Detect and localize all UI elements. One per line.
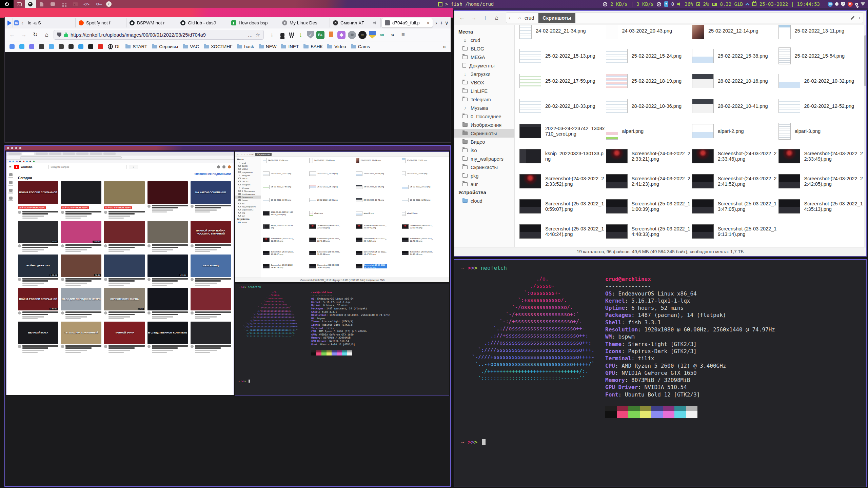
- drop-icon[interactable]: [834, 2, 839, 6]
- forward-button[interactable]: →: [19, 30, 28, 40]
- bookmark-folder[interactable]: БАНК: [303, 44, 322, 49]
- browser-tab[interactable]: m: [13, 18, 20, 27]
- shield-check-icon[interactable]: ✓: [307, 31, 314, 39]
- tab-muted-icon[interactable]: [373, 21, 377, 24]
- file-item[interactable]: 28-02-2022_10-32.png: [778, 68, 865, 94]
- workspace-button[interactable]: >_: [14, 0, 25, 8]
- new-tab-button[interactable]: +: [439, 20, 444, 26]
- bookmark-folder[interactable]: VAC: [183, 44, 199, 49]
- bookmark-star-button[interactable]: ☆: [256, 32, 260, 38]
- file-item[interactable]: Screenshot-(25-03-2022_10:59:07).png: [519, 194, 606, 219]
- workspace-button[interactable]: [0, 0, 14, 8]
- workspace-button[interactable]: [47, 0, 58, 8]
- bookmark-folder[interactable]: INET: [281, 44, 299, 49]
- file-item[interactable]: Screenshot-(25-03-2022_11:00:39).png: [606, 194, 692, 219]
- bookmark-folder[interactable]: Cams: [351, 44, 370, 49]
- file-item[interactable]: 28-02-2022_12-52.png: [778, 94, 865, 119]
- file-item[interactable]: 28-02-2022_10-41.png: [692, 94, 778, 119]
- sidebar-item-0_Последнее[interactable]: 0_Последнее: [454, 112, 514, 121]
- browser-tab[interactable]: [6, 18, 13, 27]
- cat-icon[interactable]: [358, 31, 367, 39]
- file-item[interactable]: alpari-3.png: [778, 119, 865, 144]
- file-item[interactable]: 24-03-2022_20-43.png: [606, 25, 692, 43]
- shield-check-icon[interactable]: ✓: [841, 2, 845, 7]
- bookmark-favicon[interactable]: [29, 44, 34, 49]
- crumb-prev-button[interactable]: ‹: [506, 16, 513, 20]
- workspace-button[interactable]: [58, 0, 70, 8]
- calendar-icon[interactable]: [752, 2, 756, 6]
- sidebar-item-cloud[interactable]: cloud: [454, 197, 514, 205]
- file-item[interactable]: 28-02-2022_10-16.png: [692, 68, 778, 94]
- asterisk-icon[interactable]: ∗: [337, 31, 346, 39]
- sidebar-item-pkg[interactable]: pkg: [454, 171, 514, 180]
- sidebar-item-Telegram[interactable]: Telegram: [454, 95, 514, 104]
- file-item[interactable]: Screenshot-(25-03-2022_14:48:33).png: [606, 219, 692, 244]
- circle-blue-icon[interactable]: 10: [828, 2, 833, 7]
- download-icon[interactable]: ↓: [268, 31, 276, 39]
- volume-icon[interactable]: [677, 2, 682, 6]
- file-item[interactable]: Screenshot-(24-03-2022_22:33:46).png: [692, 144, 778, 169]
- menu-icon[interactable]: ≡: [399, 31, 407, 39]
- fm-scrollbar[interactable]: [864, 25, 866, 247]
- shield-duo-icon[interactable]: [369, 31, 376, 39]
- bookmark-favicon[interactable]: [98, 44, 103, 49]
- home-button[interactable]: ⌂: [42, 30, 52, 40]
- file-item[interactable]: Screenshot-(25-03-2022_14:35:13).png: [778, 194, 865, 219]
- bookmark-favicon[interactable]: [68, 44, 74, 49]
- file-item[interactable]: Screenshot-(25-03-2022_19:13:14).png: [692, 219, 778, 244]
- fm-up-button[interactable]: ↑: [480, 13, 490, 23]
- bookmark-folder[interactable]: NEW: [259, 44, 277, 49]
- sidebar-item-Музыка[interactable]: ♪Музыка: [454, 104, 514, 112]
- list-tabs-button[interactable]: ∨: [444, 20, 449, 26]
- bookmark-favicon[interactable]: [19, 44, 24, 49]
- breadcrumb-current[interactable]: Скриншоты: [538, 13, 575, 23]
- workspace-button[interactable]: </>: [81, 0, 92, 8]
- file-item[interactable]: alpari.png: [606, 119, 692, 144]
- bplus-icon[interactable]: B+: [316, 31, 324, 39]
- browser-tab[interactable]: d704a9_full.p×: [382, 18, 433, 27]
- file-item[interactable]: 28-02-2022_10-36.png: [606, 94, 692, 119]
- sidebar-item-Скринкасты[interactable]: Скринкасты: [454, 163, 514, 171]
- terminal-window[interactable]: ~ >>> neofetch ./o. ./sssso- `:osssssss+…: [454, 259, 867, 487]
- file-item[interactable]: 25-02-2022_12-14.png: [692, 25, 778, 43]
- edit-path-icon[interactable]: [850, 16, 854, 20]
- mega-icon[interactable]: M: [848, 2, 853, 7]
- url-bar[interactable]: https://tenkoff.ru/uploads/images/00/00/…: [54, 30, 264, 40]
- file-item[interactable]: alpari-2.png: [692, 119, 778, 144]
- browser-tab[interactable]: GitHub - dasJ: [177, 18, 228, 27]
- workspace-button[interactable]: [70, 0, 81, 8]
- bookmark-favicon[interactable]: [88, 44, 93, 49]
- bookmark-favicon[interactable]: [78, 44, 83, 49]
- url-text[interactable]: https://tenkoff.ru/uploads/images/00/00/…: [71, 32, 245, 38]
- fm-back-button[interactable]: ←: [457, 13, 467, 23]
- sidebar-item-aur[interactable]: aur: [454, 180, 514, 188]
- page-more-button[interactable]: …: [248, 32, 253, 38]
- bookmark-favicon[interactable]: [59, 44, 64, 49]
- sidebar-item-Загрузки[interactable]: ↓Загрузки: [454, 70, 514, 78]
- library-icon[interactable]: [289, 33, 294, 38]
- shell-prompt[interactable]: ~ >>>: [461, 439, 486, 445]
- workspace-button[interactable]: ♪: [103, 0, 114, 8]
- reload-button[interactable]: ↻: [31, 30, 40, 40]
- updates-icon[interactable]: [745, 3, 750, 7]
- file-item[interactable]: Screenshot-(24-03-2022_22:33:49).png: [778, 144, 865, 169]
- file-item[interactable]: Screenshot-(24-03-2022_22:41:52).png: [692, 169, 778, 194]
- sidebar-item-VBOX[interactable]: VBOX: [454, 78, 514, 87]
- file-item[interactable]: Screenshot-(25-03-2022_14:48:24).png: [519, 219, 606, 244]
- bookmarks-overflow-button[interactable]: »: [443, 44, 446, 50]
- browser-tab[interactable]: Spotify not f: [76, 18, 126, 27]
- back-button[interactable]: ←: [7, 30, 17, 40]
- bookmark-folder[interactable]: Сервисы: [152, 44, 178, 49]
- file-item[interactable]: 25-02-2022_18-19.png: [606, 68, 692, 94]
- sidebar-item-iso[interactable]: iso: [454, 146, 514, 155]
- file-item[interactable]: Screenshot-(25-03-2022_13:47:05).png: [692, 194, 778, 219]
- file-item[interactable]: Screenshot-(24-03-2022_22:42:05).png: [778, 169, 865, 194]
- file-item[interactable]: 25-02-2022_13-11.png: [778, 25, 865, 43]
- overflow-icon[interactable]: »: [389, 31, 397, 39]
- file-item[interactable]: 2022-03-24-223742_1308x710_scrot.png: [519, 119, 606, 144]
- browser-content[interactable]: [5, 52, 451, 142]
- file-item[interactable]: 28-02-2022_10-33.png: [519, 94, 606, 119]
- sidebar-item-my_wallpapers[interactable]: my_wallpapers: [454, 155, 514, 163]
- browser-tab[interactable]: le -a S: [25, 18, 76, 27]
- fm-home-button[interactable]: ⌂: [492, 13, 502, 23]
